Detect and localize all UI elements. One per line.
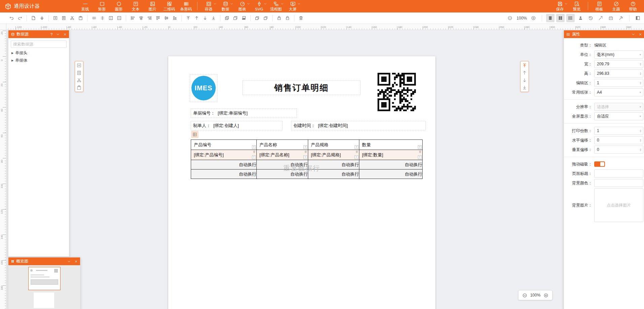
tool-barcode[interactable]: 条形码	[178, 0, 194, 12]
stepper-arrows[interactable]: ▲▼	[640, 148, 642, 151]
align-horizontal-center-button[interactable]	[98, 14, 107, 22]
scroll-up-icon[interactable]	[522, 70, 527, 75]
background-image-picker[interactable]: 点击选择图片	[594, 188, 643, 222]
table-binding-cell[interactable]: [绑定:产品名称]T	[257, 150, 308, 160]
stepper-arrows[interactable]: ▲▼	[640, 81, 642, 85]
trash-icon[interactable]	[304, 150, 307, 153]
zoom-out-button[interactable]	[506, 14, 514, 22]
panel-overview-toggle[interactable]	[556, 14, 565, 22]
align-center-button[interactable]	[137, 14, 145, 22]
scroll-down-icon[interactable]	[522, 78, 527, 83]
tree-item-1[interactable]: ▶单据头	[8, 49, 69, 57]
tool-image[interactable]: 图片	[144, 0, 161, 12]
tool-container[interactable]: 容器	[200, 0, 217, 12]
tool-text[interactable]: 文本	[127, 0, 144, 12]
logo-element[interactable]: IMES	[190, 74, 217, 102]
field-bill-number[interactable]: 单据编号： [绑定:单据编号]	[191, 109, 297, 118]
table-autowrap-cell[interactable]: 自动换行	[191, 160, 257, 169]
prop-select[interactable]: 毫米(mm)▼	[594, 51, 643, 59]
table-autowrap-cell[interactable]: 自动换行	[308, 160, 359, 169]
table-autowrap-cell[interactable]: 自动换行	[257, 160, 308, 169]
trash-icon[interactable]	[253, 150, 256, 153]
tool-help[interactable]: 帮助	[624, 0, 641, 12]
table-binding-cell[interactable]: [绑定:数量]T	[359, 150, 423, 160]
chevron-down-icon[interactable]	[565, 2, 568, 5]
tool-qrcode[interactable]: 二维码	[161, 0, 178, 12]
tool-data[interactable]: 数据	[217, 0, 234, 12]
tool-line[interactable]: 直线	[77, 0, 94, 12]
canvas-area[interactable]: IMES 销售订单明细 单据编号： [绑定:单据编号] 制单人： [绑定:创建人…	[6, 30, 644, 309]
scroll-bottom-icon[interactable]	[522, 85, 527, 90]
prop-select[interactable]: A4▼	[594, 88, 643, 96]
user-button[interactable]	[576, 14, 585, 22]
close-icon[interactable]	[74, 260, 78, 263]
tree-item-2[interactable]: ▶单据体	[8, 57, 69, 64]
zoom-in-icon[interactable]	[543, 293, 548, 298]
table-autowrap-cell[interactable]: 自动换行	[191, 169, 257, 179]
tool-save[interactable]: 保存	[551, 0, 568, 12]
align-middle-button[interactable]	[162, 14, 171, 22]
tool-chart[interactable]: 图表	[234, 0, 251, 12]
table-autowrap-cell[interactable]: 自动换行	[359, 169, 423, 179]
stepper-arrows[interactable]: ▲▼	[640, 72, 642, 75]
center-horizontal-button[interactable]	[115, 14, 123, 22]
properties-panel-header[interactable]: 属性	[564, 30, 644, 38]
overview-page-1[interactable]	[28, 267, 61, 290]
align-bottom-button[interactable]	[171, 14, 179, 22]
clipboard-icon[interactable]	[76, 85, 82, 90]
table-header-cell[interactable]: 产品规格T	[308, 140, 359, 150]
layout-columns-button[interactable]	[634, 14, 642, 22]
group-button[interactable]	[253, 14, 261, 22]
collapse-icon[interactable]	[632, 33, 635, 36]
overview-body[interactable]	[8, 265, 80, 309]
prop-number-input[interactable]: 209.79▲▼	[594, 60, 643, 68]
datasource-panel-header[interactable]: 数据源 ?	[8, 30, 69, 38]
tool-circle[interactable]: 圆形	[110, 0, 127, 12]
clear-format-button[interactable]	[38, 14, 46, 22]
collapse-icon[interactable]	[67, 260, 71, 263]
overview-panel-header[interactable]: 概览图	[8, 257, 80, 265]
tree-caret-icon[interactable]: ▶	[11, 52, 13, 55]
panel-properties-toggle[interactable]	[566, 14, 575, 22]
redo-button[interactable]	[16, 14, 24, 22]
copy-button[interactable]	[60, 14, 68, 22]
unlock-button[interactable]	[283, 14, 292, 22]
paste-button[interactable]	[76, 14, 85, 22]
clone-button[interactable]	[231, 14, 240, 22]
tool-rect[interactable]: 矩形	[94, 0, 110, 12]
table-autowrap-cell[interactable]: 自动换行	[257, 169, 308, 179]
drag-snap-toggle[interactable]	[594, 161, 605, 167]
magic-button[interactable]	[597, 14, 605, 22]
send-to-back-button[interactable]	[209, 14, 218, 22]
tool-preview[interactable]: 预览	[568, 0, 585, 12]
prop-select[interactable]: 自适应▼	[594, 112, 643, 120]
chevron-down-icon[interactable]	[297, 2, 300, 5]
detail-table[interactable]: 产品编号T产品名称T产品规格T数量T[绑定:产品编号]T[绑定:产品名称]T[绑…	[191, 140, 423, 179]
help-icon[interactable]: ?	[50, 32, 52, 36]
zoom-out-icon[interactable]	[522, 293, 527, 298]
field-create-time[interactable]: 创建时间： [绑定:创建时间]	[291, 121, 426, 130]
tool-theme[interactable]: 主题	[608, 0, 624, 12]
close-icon[interactable]	[63, 33, 67, 36]
cut-button[interactable]	[68, 14, 76, 22]
tool-flow[interactable]: 流程图	[267, 0, 284, 12]
move-up-button[interactable]	[192, 14, 201, 22]
table-header-cell[interactable]: 数量T	[359, 140, 423, 150]
field-creator[interactable]: 制单人： [绑定:创建人]	[191, 121, 283, 130]
new-file-button[interactable]	[29, 14, 38, 22]
qrcode-element[interactable]	[378, 73, 416, 111]
overview-page-2[interactable]	[34, 292, 54, 308]
table-handle-icon[interactable]	[191, 131, 199, 138]
copy-style-button[interactable]	[223, 14, 231, 22]
chevron-down-icon[interactable]	[230, 2, 233, 5]
tool-template[interactable]: 模板	[591, 0, 608, 12]
delete-button[interactable]	[297, 14, 305, 22]
prop-select[interactable]: 请选择▼	[594, 103, 643, 111]
chevron-down-icon[interactable]	[247, 2, 250, 5]
tool-svgtool[interactable]: SVG	[251, 0, 267, 12]
datasource-search-input[interactable]	[11, 40, 67, 48]
align-right-button[interactable]	[145, 14, 154, 22]
tools-button[interactable]	[617, 14, 625, 22]
align-left-button[interactable]	[129, 14, 137, 22]
zoom-in-button[interactable]	[529, 14, 538, 22]
